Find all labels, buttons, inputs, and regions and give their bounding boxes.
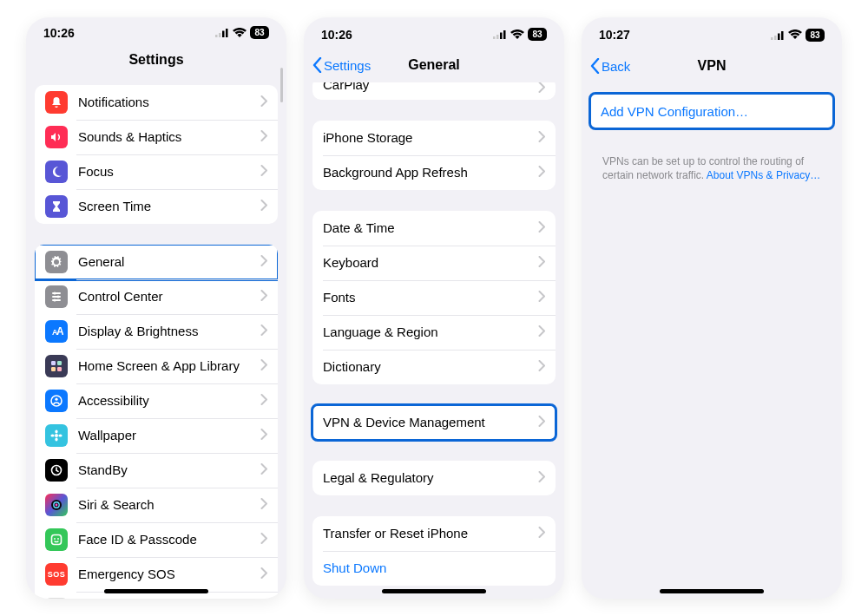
sliders-icon: [45, 285, 68, 308]
svg-rect-27: [52, 534, 62, 544]
settings-row-standby[interactable]: StandBy: [35, 453, 278, 488]
back-button[interactable]: Back: [590, 49, 630, 83]
svg-rect-1: [219, 33, 221, 37]
list-row[interactable]: Transfer or Reset iPhone: [312, 516, 556, 551]
nav-header: Settings: [26, 45, 286, 75]
status-time: 10:27: [599, 28, 630, 42]
settings-row-controlcenter[interactable]: Control Center: [35, 279, 278, 314]
chevron-right-icon: [260, 289, 267, 304]
about-vpns-link[interactable]: About VPNs & Privacy…: [707, 169, 820, 181]
row-label: Notifications: [78, 95, 255, 109]
status-bar: 10:27 83: [582, 21, 842, 49]
svg-point-20: [55, 437, 57, 441]
settings-row-display[interactable]: AADisplay & Brightness: [35, 314, 278, 349]
settings-row-notifications[interactable]: Notifications: [35, 85, 278, 120]
chevron-left-icon: [312, 57, 322, 73]
svg-point-16: [51, 396, 62, 406]
status-time: 10:26: [321, 28, 352, 42]
grid-icon: [45, 355, 68, 377]
svg-point-19: [55, 429, 57, 433]
settings-group-2: GeneralControl CenterAADisplay & Brightn…: [35, 245, 278, 599]
hourglass-icon: [45, 195, 68, 218]
svg-rect-47: [774, 36, 777, 40]
svg-rect-3: [226, 29, 228, 37]
add-vpn-configuration-button[interactable]: Add VPN Configuration…: [590, 94, 833, 128]
settings-row-screentime[interactable]: Screen Time: [35, 189, 278, 224]
home-indicator[interactable]: [104, 589, 208, 593]
svg-point-22: [58, 434, 62, 436]
list-row[interactable]: CarPlay: [312, 82, 556, 100]
svg-point-17: [55, 398, 57, 401]
row-label: Dictionary: [323, 359, 533, 374]
text-a-icon: AA: [45, 320, 68, 343]
svg-rect-13: [57, 361, 62, 365]
chevron-right-icon: [260, 567, 267, 581]
svg-rect-43: [496, 35, 499, 39]
svg-point-7: [53, 292, 56, 294]
svg-rect-42: [493, 36, 496, 39]
svg-rect-0: [215, 35, 218, 37]
list-row[interactable]: Legal & Regulatory: [312, 461, 556, 495]
siri-icon: [45, 494, 68, 516]
list-row[interactable]: VPN & Device Management: [312, 405, 556, 440]
settings-content: NotificationsSounds & HapticsFocusScreen…: [26, 75, 286, 599]
chevron-right-icon: [260, 199, 267, 213]
row-label: Wallpaper: [78, 428, 255, 442]
list-row[interactable]: Dictionary: [312, 350, 556, 384]
scrollbar-indicator[interactable]: [280, 68, 283, 102]
wifi-icon: [233, 28, 247, 38]
row-label: Screen Time: [78, 199, 255, 213]
settings-row-faceid[interactable]: Face ID & Passcode: [35, 522, 278, 557]
settings-row-accessibility[interactable]: Accessibility: [35, 383, 278, 418]
home-indicator[interactable]: [660, 589, 764, 593]
svg-rect-12: [51, 361, 56, 365]
general-group-1: iPhone StorageBackground App Refresh: [312, 121, 556, 190]
row-label: CarPlay: [323, 82, 533, 92]
settings-row-wallpaper[interactable]: Wallpaper: [35, 418, 278, 453]
settings-row-sounds[interactable]: Sounds & Haptics: [35, 120, 278, 154]
settings-row-homescreen[interactable]: Home Screen & App Library: [35, 349, 278, 383]
status-icons: 83: [493, 28, 547, 41]
chevron-right-icon: [260, 428, 267, 442]
svg-rect-45: [503, 30, 506, 39]
settings-row-sos[interactable]: SOSEmergency SOS: [35, 557, 278, 592]
row-label: Fonts: [323, 290, 533, 305]
wifi-icon: [510, 29, 524, 40]
row-label: Control Center: [78, 289, 255, 304]
chevron-right-icon: [260, 358, 267, 373]
row-label: Home Screen & App Library: [78, 358, 255, 373]
face-icon: [45, 528, 68, 551]
back-button[interactable]: Settings: [312, 49, 371, 82]
cellular-icon: [215, 28, 229, 37]
battery-badge: 83: [528, 28, 547, 41]
settings-row-focus[interactable]: Focus: [35, 154, 278, 189]
list-row[interactable]: Keyboard: [312, 246, 556, 280]
general-content: CarPlay iPhone StorageBackground App Ref…: [304, 82, 564, 599]
svg-rect-14: [51, 367, 56, 371]
home-indicator[interactable]: [382, 589, 486, 593]
settings-group-1: NotificationsSounds & HapticsFocusScreen…: [35, 85, 278, 224]
row-label: iPhone Storage: [323, 130, 533, 145]
row-label: Focus: [78, 164, 255, 179]
svg-rect-46: [771, 37, 773, 40]
speaker-icon: [45, 126, 68, 148]
list-row[interactable]: Background App Refresh: [312, 155, 556, 190]
row-label: Language & Region: [323, 324, 533, 339]
list-row[interactable]: Language & Region: [312, 315, 556, 350]
page-title: Settings: [128, 52, 183, 68]
list-row[interactable]: Fonts: [312, 280, 556, 315]
list-row[interactable]: iPhone Storage: [312, 121, 556, 155]
screen-settings: 10:26 83 Settings NotificationsSounds & …: [26, 17, 286, 599]
list-row[interactable]: Shut Down: [312, 551, 556, 586]
settings-row-siri[interactable]: Siri & Search: [35, 488, 278, 522]
nav-header: Settings General: [304, 49, 564, 82]
status-icons: 83: [215, 26, 269, 39]
svg-point-18: [55, 434, 58, 437]
row-label: Date & Time: [323, 220, 533, 235]
row-label: Background App Refresh: [323, 165, 533, 180]
bell-icon: [45, 91, 68, 114]
list-row[interactable]: Date & Time: [312, 211, 556, 246]
page-title: VPN: [698, 58, 727, 74]
settings-row-general[interactable]: General: [35, 245, 278, 279]
battery-badge: 83: [250, 26, 269, 39]
